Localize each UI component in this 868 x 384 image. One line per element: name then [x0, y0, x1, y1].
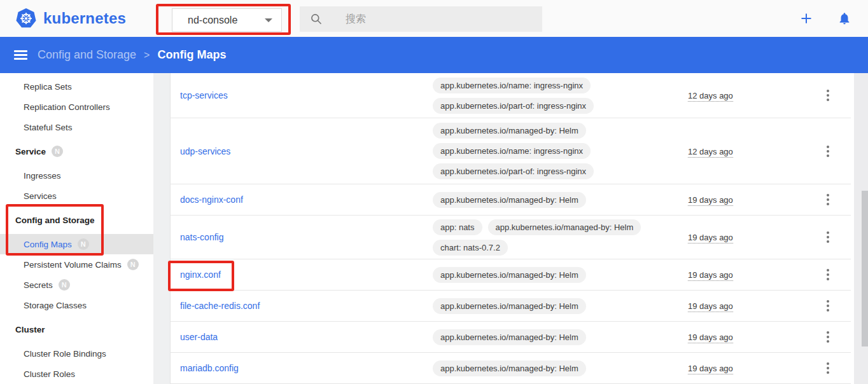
kubernetes-logo-icon — [15, 8, 37, 29]
age-cell: 19 days ago — [688, 331, 815, 343]
configmap-link[interactable]: mariadb.config — [180, 363, 239, 373]
row-menu-button[interactable] — [822, 299, 834, 313]
table-row: docs-nginx-conf app.kubernetes.io/manage… — [171, 184, 851, 216]
create-resource-button[interactable] — [798, 10, 815, 27]
menu-cell — [815, 361, 841, 375]
configmap-link[interactable]: nats-config — [180, 232, 223, 242]
menu-cell — [815, 144, 841, 158]
configmap-link[interactable]: user-data — [180, 332, 218, 342]
age-cell: 19 days ago — [688, 231, 815, 243]
header-actions — [798, 0, 853, 37]
kubernetes-brand[interactable]: kubernetes — [15, 8, 126, 29]
new-badge: N — [59, 279, 70, 291]
app-header: kubernetes nd-console — [0, 0, 868, 37]
row-menu-button[interactable] — [822, 361, 834, 375]
sidebar-item-persistent-volume-claims[interactable]: Persistent Volume ClaimsN — [0, 254, 153, 275]
name-cell: user-data — [171, 331, 433, 343]
sidebar-item-label: Service — [15, 147, 46, 156]
configmap-link[interactable]: docs-nginx-conf — [180, 195, 243, 205]
name-cell: file-cache-redis.conf — [171, 300, 433, 312]
sidebar-item-label: Stateful Sets — [24, 123, 73, 132]
row-menu-button[interactable] — [822, 330, 834, 344]
table-row: nginx.conf app.kubernetes.io/managed-by:… — [171, 259, 851, 291]
menu-hamburger-button[interactable] — [14, 50, 27, 60]
sidebar-item-label: Replica Sets — [24, 82, 72, 92]
row-menu-button[interactable] — [822, 88, 834, 102]
sidebar-item-ingresses[interactable]: Ingresses — [0, 165, 153, 186]
breadcrumb-bar: Config and Storage > Config Maps — [0, 37, 868, 73]
labels-cell: app.kubernetes.io/managed-by: Helm — [433, 267, 688, 283]
menu-cell — [815, 330, 841, 344]
sidebar-item-cluster-role-bindings[interactable]: Cluster Role Bindings — [0, 343, 153, 364]
label-chip: app.kubernetes.io/part-of: ingress-nginx — [433, 98, 594, 114]
labels-cell: app.kubernetes.io/name: ingress-nginxapp… — [433, 78, 688, 114]
configmap-link[interactable]: tcp-services — [180, 90, 228, 100]
brand-title: kubernetes — [43, 10, 126, 27]
vertical-scrollbar-thumb[interactable] — [862, 191, 868, 346]
name-cell: tcp-services — [171, 90, 433, 101]
page-title: Config Maps — [157, 48, 226, 62]
age-text: 12 days ago — [688, 147, 733, 158]
menu-cell — [815, 268, 841, 282]
configmap-link[interactable]: udp-services — [180, 146, 230, 156]
row-menu-button[interactable] — [822, 230, 834, 244]
search-input[interactable] — [346, 13, 524, 25]
age-cell: 19 days ago — [688, 269, 815, 280]
sidebar-item-secrets[interactable]: SecretsN — [0, 275, 153, 295]
age-cell: 19 days ago — [688, 362, 815, 374]
name-cell: udp-services — [171, 146, 433, 157]
age-cell: 12 days ago — [688, 90, 815, 101]
age-text: 19 days ago — [688, 195, 733, 206]
search-bar[interactable] — [300, 6, 542, 32]
sidebar-item-cluster[interactable]: Cluster — [0, 319, 153, 339]
name-cell: nginx.conf — [171, 269, 433, 280]
labels-cell: app.kubernetes.io/managed-by: Helm — [433, 192, 688, 208]
namespace-selector[interactable]: nd-console — [172, 8, 282, 32]
configmap-link[interactable]: nginx.conf — [180, 270, 221, 280]
label-chip: app.kubernetes.io/managed-by: Helm — [433, 267, 586, 283]
sidebar-item-stateful-sets[interactable]: Stateful Sets — [0, 117, 153, 137]
age-text: 19 days ago — [688, 270, 733, 281]
age-text: 19 days ago — [688, 333, 733, 343]
sidebar-item-label: Cluster Role Bindings — [24, 349, 106, 359]
age-text: 19 days ago — [688, 301, 733, 312]
sidebar-item-replication-controllers[interactable]: Replication Controllers — [0, 97, 153, 117]
label-chip: app.kubernetes.io/managed-by: Helm — [488, 219, 641, 235]
configmap-link[interactable]: file-cache-redis.conf — [180, 301, 260, 311]
breadcrumb-parent-link[interactable]: Config and Storage — [38, 48, 136, 62]
menu-cell — [815, 193, 841, 207]
sidebar-item-label: Replication Controllers — [24, 102, 110, 112]
label-chip: app.kubernetes.io/name: ingress-nginx — [433, 78, 591, 93]
label-chip: app.kubernetes.io/name: ingress-nginx — [433, 143, 591, 159]
sidebar-item-config-maps[interactable]: Config MapsN — [0, 234, 153, 254]
sidebar-item-config-and-storage[interactable]: Config and Storage — [0, 210, 153, 230]
name-cell: nats-config — [171, 231, 433, 243]
labels-cell: app.kubernetes.io/managed-by: Helm — [433, 329, 688, 345]
sidebar-item-label: Secrets — [24, 280, 53, 290]
labels-cell: app.kubernetes.io/managed-by: Helmapp.ku… — [433, 123, 688, 179]
sidebar-item-label: Storage Classes — [24, 301, 87, 310]
configmap-table-body: tcp-services app.kubernetes.io/name: ing… — [170, 73, 851, 384]
table-row: user-data app.kubernetes.io/managed-by: … — [171, 322, 851, 353]
row-menu-button[interactable] — [822, 144, 834, 158]
table-row: file-cache-redis.conf app.kubernetes.io/… — [171, 291, 851, 322]
notifications-bell-button[interactable] — [836, 10, 853, 27]
age-cell: 19 days ago — [688, 194, 815, 205]
row-menu-button[interactable] — [822, 268, 834, 282]
new-badge: N — [52, 146, 63, 157]
sidebar-item-replica-sets[interactable]: Replica Sets — [0, 76, 153, 97]
sidebar-item-label: Ingresses — [24, 171, 61, 181]
sidebar-item-label: Cluster Roles — [24, 369, 75, 379]
sidebar-item-services[interactable]: Services — [0, 186, 153, 206]
table-row: nats-config app: natsapp.kubernetes.io/m… — [171, 216, 851, 259]
row-menu-button[interactable] — [822, 193, 834, 207]
sidebar-item-storage-classes[interactable]: Storage Classes — [0, 295, 153, 315]
content-gap — [153, 73, 170, 384]
age-text: 19 days ago — [688, 364, 733, 374]
labels-cell: app.kubernetes.io/managed-by: Helm — [433, 360, 688, 376]
sidebar-item-cluster-roles[interactable]: Cluster Roles — [0, 364, 153, 384]
age-cell: 19 days ago — [688, 300, 815, 312]
name-cell: mariadb.config — [171, 362, 433, 374]
menu-cell — [815, 230, 841, 244]
sidebar-item-service[interactable]: ServiceN — [0, 141, 153, 161]
